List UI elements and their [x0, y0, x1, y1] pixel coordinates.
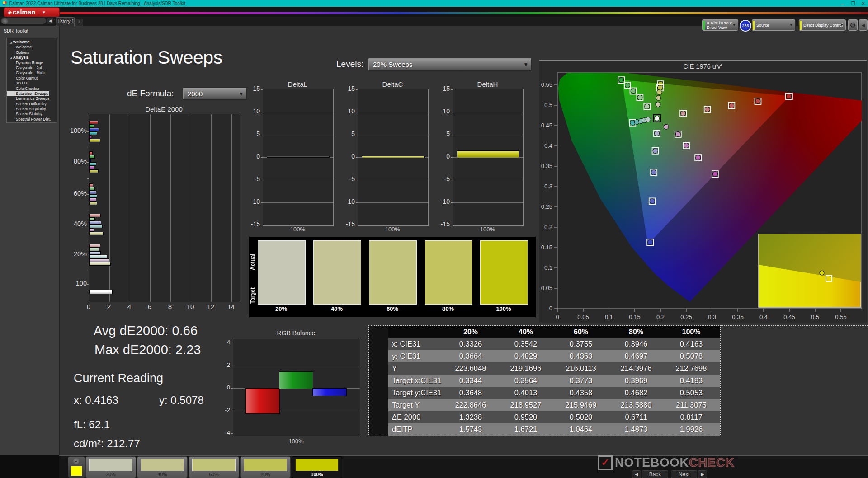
- sidebar-item-screen-angularity[interactable]: Screen Angularity: [7, 107, 57, 112]
- sidebar-item-welcome[interactable]: Welcome: [7, 45, 57, 50]
- collapse-sidebar-button[interactable]: ◀: [47, 18, 53, 24]
- row-value: 0.9520: [498, 411, 553, 423]
- patch-tile-80%[interactable]: 80%: [240, 456, 291, 478]
- row-value: 0.4029: [498, 350, 553, 362]
- y-category-label: 100%: [61, 127, 87, 134]
- row-value: 218.9527: [498, 399, 553, 411]
- patch-tile-40%[interactable]: 40%: [137, 456, 188, 478]
- main-toolbar: [0, 7, 868, 17]
- gridline: [263, 180, 333, 180]
- sidebar-item-colorchecker[interactable]: ColorChecker: [7, 86, 57, 91]
- deltaL-x-label: 100%: [263, 226, 333, 233]
- display-control-dropdown[interactable]: Direct Display Control ▼: [798, 19, 846, 31]
- minimize-button[interactable]: —: [840, 1, 845, 6]
- add-tab-button[interactable]: +: [75, 19, 83, 26]
- formula-dropdown[interactable]: 2000 ▼: [183, 87, 247, 100]
- source-dropdown[interactable]: Source ▼: [751, 19, 796, 31]
- deltae-bar: [89, 162, 96, 166]
- sidebar-item-analysis[interactable]: ◢Analysis: [7, 55, 57, 60]
- close-button[interactable]: ✕: [862, 1, 865, 6]
- expander-icon[interactable]: ◢: [10, 41, 12, 44]
- back-arrow-icon[interactable]: ◄: [632, 470, 641, 478]
- expander-icon[interactable]: ◢: [10, 56, 12, 59]
- patch-tile-60%[interactable]: 60%: [189, 456, 239, 478]
- sidebar-menu-button[interactable]: [2, 18, 8, 24]
- y-category-label: 80%: [61, 158, 87, 165]
- deltae-bar: [89, 151, 93, 155]
- row-label: dEITP: [369, 423, 443, 436]
- sidebar-item-dynamic-range[interactable]: Dynamic Range: [7, 61, 57, 66]
- patch-label: 20%: [86, 472, 136, 477]
- next-button[interactable]: Next: [671, 470, 697, 478]
- row-value: 0.5078: [664, 350, 719, 362]
- gridline: [453, 112, 523, 112]
- compare-swatch-80%: [425, 240, 472, 305]
- row-value: 0.3664: [443, 350, 498, 362]
- sidebar-item-spectral-power-dist-[interactable]: Spectral Power Dist.: [7, 117, 57, 122]
- table-row: Target Y222.8646218.9527215.9469213.5880…: [369, 399, 720, 411]
- measured-point: [656, 95, 661, 100]
- axis-tick: [231, 433, 233, 434]
- patch-tile-20%[interactable]: 20%: [85, 456, 136, 478]
- compare-swatch-20%: [258, 240, 306, 305]
- sidebar-item-color-gamut[interactable]: Color Gamut: [7, 76, 57, 81]
- svg-text:0.4: 0.4: [544, 142, 552, 149]
- current-patch-tile[interactable]: ▲: [68, 456, 85, 478]
- sidebar-item-options[interactable]: Options: [7, 50, 57, 55]
- svg-text:0.45: 0.45: [541, 122, 552, 129]
- svg-text:0.15: 0.15: [541, 244, 552, 251]
- tab-history-1[interactable]: History 1: [56, 17, 75, 26]
- sidebar-item-luminance-sweeps[interactable]: Luminance Sweeps: [7, 96, 57, 101]
- sidebar-item-3d-lut[interactable]: 3D LUT: [7, 81, 57, 86]
- calman-menu-button[interactable]: ◈ calman ▼: [4, 7, 60, 17]
- row-value: 1.5743: [443, 423, 498, 436]
- gridline: [453, 135, 523, 135]
- axis-tick: [261, 89, 263, 90]
- svg-text:0.35: 0.35: [541, 163, 552, 169]
- maximize-button[interactable]: ❐: [851, 1, 855, 6]
- chevron-left-icon: ◀: [862, 23, 865, 28]
- x-tick-label: 4: [123, 303, 136, 310]
- svg-text:0.05: 0.05: [541, 285, 552, 291]
- row-label: x: CIE31: [369, 338, 443, 350]
- levels-dropdown[interactable]: 20% Sweeps ▼: [368, 58, 532, 71]
- sidebar-item-grayscale-2pt[interactable]: Grayscale - 2pt: [7, 66, 57, 70]
- row-label: Target x:CIE31: [369, 375, 443, 387]
- back-button[interactable]: Back: [642, 470, 668, 478]
- next-arrow-icon[interactable]: ►: [698, 470, 707, 478]
- measured-point: [650, 199, 655, 204]
- sidebar-item-screen-stability[interactable]: Screen Stability: [7, 112, 57, 117]
- row-value: 0.3542: [498, 338, 553, 350]
- patch-tile-100%[interactable]: 100%: [292, 456, 342, 478]
- table-header-cell: 80%: [609, 326, 664, 338]
- sidebar-item-screen-uniformity[interactable]: Screen Uniformity: [7, 102, 57, 107]
- table-header-cell: [369, 326, 443, 338]
- title-bar: Calman 2022 Calman Ultimate for Business…: [0, 0, 868, 7]
- row-value: 216.0113: [553, 362, 609, 375]
- rgb-bar-red: [245, 388, 280, 414]
- axis-minor-tick: [87, 270, 89, 270]
- rgb-bar-blue: [312, 388, 347, 396]
- deltae-bar: [89, 251, 101, 255]
- compare-swatch-label: 20%: [258, 305, 305, 312]
- measured-point: [619, 78, 624, 83]
- table-header-cell: 20%: [443, 326, 498, 338]
- gridline: [358, 135, 428, 135]
- panel-collapse-button[interactable]: ◀: [859, 19, 868, 31]
- meter-dropdown[interactable]: X-Rite i1Pro 2 Direct View ▼: [702, 19, 739, 31]
- settings-button[interactable]: ⚙: [848, 19, 858, 31]
- sidebar-item-welcome[interactable]: ◢Welcome: [7, 40, 57, 45]
- sidebar-item-grayscale-multi[interactable]: Grayscale - Multi: [7, 70, 57, 75]
- row-value: 0.6711: [609, 411, 664, 423]
- patch-count-badge[interactable]: 236: [740, 20, 751, 32]
- deltae-bar: [89, 221, 101, 225]
- axis-tick: [451, 180, 453, 180]
- y-tick-label: -5: [434, 175, 450, 183]
- deltae-bar: [89, 228, 94, 232]
- row-value: 1.9926: [664, 423, 719, 436]
- deltaL-title: DeltaL: [263, 80, 333, 88]
- deltae-bar: [89, 191, 96, 194]
- deltae-bar: [89, 187, 95, 191]
- sidebar-item-saturation-sweeps[interactable]: Saturation Sweeps: [7, 91, 57, 96]
- patch-label: 100%: [292, 472, 342, 477]
